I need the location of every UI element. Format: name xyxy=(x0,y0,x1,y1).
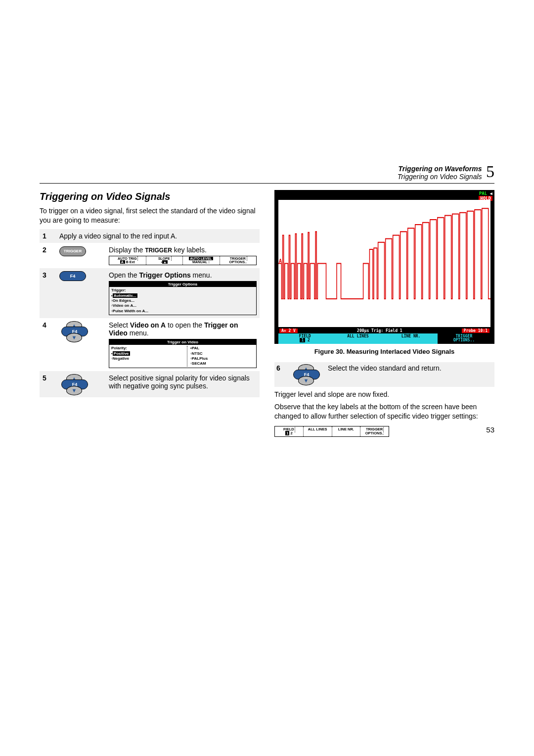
step-key-cell: ▲ F4 ▼ xyxy=(291,364,323,385)
header-section: Triggering on Video Signals xyxy=(398,173,482,181)
step-number: 2 xyxy=(40,243,56,268)
step-text: Display the TRIGGER key labels. AUTO TRI… xyxy=(106,243,260,268)
page-header: Triggering on Waveforms Triggering on Vi… xyxy=(40,163,494,183)
t: to open the xyxy=(166,321,204,329)
menu-item-negative: Negative xyxy=(113,356,129,361)
t: Display the xyxy=(109,246,145,254)
menu-polarity-col: Polarity: ▪Positive ▫Negative xyxy=(111,346,175,367)
scope-screen: PAL ◀ HOLD A A= 2 V 200µs Trig: Field 1 … xyxy=(274,190,494,344)
page-number: 53 xyxy=(486,425,494,434)
figure-caption: Figure 30. Measuring Interlaced Video Si… xyxy=(274,348,494,355)
trigger-inline-key: TRIGGER xyxy=(145,247,172,254)
timebase-trigger-readout: 200µs Trig: Field 1 xyxy=(298,329,462,333)
f4-keycap-icon: F4 xyxy=(59,271,86,281)
softlabel-trigger-options: TRIGGEROPTIONS.. xyxy=(220,256,257,265)
t: MANUAL ↕ xyxy=(191,260,211,264)
t: OPTIONS.. xyxy=(228,260,248,264)
menu-item-video-on-a: Video on A... xyxy=(113,303,136,308)
trigger-on-video-menu: Trigger on Video Polarity: ▪Positive ▫Ne… xyxy=(109,339,257,368)
probe-readout: Probe 10:1 xyxy=(462,329,490,333)
step-key-cell: ▲ F4 ▼ xyxy=(56,318,106,371)
t: Select xyxy=(109,321,130,329)
softlabel-trigger-options: TRIGGEROPTIONS.. xyxy=(438,333,490,344)
waveform-svg xyxy=(278,200,490,327)
step-number: 3 xyxy=(40,268,56,318)
menu-standard-col: ▪PAL ▫NTSC ▫PALPlus ▫SECAM xyxy=(187,346,254,367)
t: Trigger Options xyxy=(139,271,191,279)
t: menu. xyxy=(128,329,149,337)
softlabel-field: FIELD1 2 xyxy=(275,426,304,437)
waveform-area: A xyxy=(278,200,490,327)
softlabel-field: FIELD1 2 xyxy=(278,333,331,344)
bottom-soft-labels: FIELD1 2 ALL LINES LINE NR. TRIGGEROPTIO… xyxy=(274,426,389,437)
menu-item-pal: PAL xyxy=(192,346,199,350)
softlabel-all-lines: ALL LINES xyxy=(331,333,384,344)
menu-item-pulse-width: Pulse Width on A... xyxy=(113,309,148,313)
screen-soft-labels: FIELD1 2 ALL LINES LINE NR. TRIGGEROPTIO… xyxy=(278,333,490,344)
nav-pad-icon: ▲ F4 ▼ xyxy=(59,321,88,340)
softlabel-line-nr: LINE NR. xyxy=(332,426,361,437)
t: menu. xyxy=(191,271,212,279)
step-number: 1 xyxy=(40,229,56,243)
step-key-cell: F4 xyxy=(56,268,106,318)
t: OPTIONS.. xyxy=(365,430,385,436)
screen-bottom: A= 2 V 200µs Trig: Field 1 Probe 10:1 FI… xyxy=(278,328,490,344)
a-vertical-readout: A= 2 V xyxy=(279,329,298,333)
trigger-keycap-icon: TRIGGER xyxy=(59,246,86,256)
softlabel-auto-level: AUTO LEVELMANUAL ↕ xyxy=(183,256,220,265)
menu-item-ntsc: NTSC xyxy=(192,351,203,356)
step-number: 4 xyxy=(40,318,56,371)
step-key-cell: TRIGGER xyxy=(56,243,106,268)
menu-heading: Polarity: xyxy=(111,346,127,350)
menu-item-automatic: Automatic... xyxy=(113,293,137,298)
nav-pad-icon: ▲ F4 ▼ xyxy=(291,364,320,383)
nav-pad-icon: ▲ F4 ▼ xyxy=(59,374,88,393)
section-title: Triggering on Video Signals xyxy=(40,191,260,202)
intro-text: To trigger on a video signal, first sele… xyxy=(40,206,260,225)
step-row-6: 6 ▲ F4 ▼ Select the video standard and r… xyxy=(274,362,494,387)
pal-indicator: PAL xyxy=(479,191,487,196)
menu-body: Trigger: ▪Automatic... ▫On Edges... ▫Vid… xyxy=(109,287,256,315)
arrow-down-icon: ▼ xyxy=(66,333,82,342)
softlabel-slope: SLOPE▪▲ xyxy=(146,256,183,265)
t: AUTO TRIG xyxy=(117,256,138,261)
menu-item-palplus: PALPlus xyxy=(192,356,208,361)
t: key labels. xyxy=(172,246,207,254)
step-row-2: 2 TRIGGER Display the TRIGGER key labels… xyxy=(40,243,260,268)
right-column: PAL ◀ HOLD A A= 2 V 200µs Trig: Field 1 … xyxy=(274,190,494,437)
step-number: 6 xyxy=(276,364,286,372)
screen-info-bar: A= 2 V 200µs Trig: Field 1 Probe 10:1 xyxy=(278,328,490,333)
steps-table: 1 Apply a video signal to the red input … xyxy=(40,229,260,397)
step-key-cell: ▲ F4 ▼ xyxy=(56,371,106,397)
step-text: Open the Trigger Options menu. Trigger O… xyxy=(106,268,260,318)
softlabel-all-lines: ALL LINES xyxy=(304,426,332,437)
menu-title: Trigger Options xyxy=(109,282,256,287)
menu-item-on-edges: On Edges... xyxy=(113,298,134,303)
t: FIELD xyxy=(283,426,295,432)
menu-item-positive: Positive xyxy=(113,351,130,356)
menu-item-secam: SECAM xyxy=(192,361,206,366)
left-column: Triggering on Video Signals To trigger o… xyxy=(40,190,260,437)
step-row-4: 4 ▲ F4 ▼ Select Video on A to open the T… xyxy=(40,318,260,371)
step-row-1: 1 Apply a video signal to the red input … xyxy=(40,229,260,243)
menu-title: Trigger on Video xyxy=(109,339,256,345)
trigger-options-menu: Trigger Options Trigger: ▪Automatic... ▫… xyxy=(109,281,257,315)
menu-body: Polarity: ▪Positive ▫Negative ▪PAL ▫NTSC… xyxy=(109,345,256,368)
chapter-number: 5 xyxy=(486,162,494,181)
step-text: Apply a video signal to the red input A. xyxy=(56,229,260,243)
step-text: Select Video on A to open the Trigger on… xyxy=(106,318,260,371)
arrow-down-icon: ▼ xyxy=(66,386,82,395)
menu-heading: Trigger: xyxy=(111,288,126,292)
soft-labels-s2: AUTO TRIGA A B ExtB Ext SLOPE▪▲ AUTO LEV… xyxy=(109,256,257,265)
softlabel-auto-trig: AUTO TRIGA A B ExtB Ext xyxy=(109,256,146,265)
softlabel-line-nr: LINE NR. xyxy=(385,333,438,344)
step-row-3: 3 F4 Open the Trigger Options menu. Trig… xyxy=(40,268,260,318)
step-text: Select the video standard and return. xyxy=(328,364,442,372)
step-row-5: 5 ▲ F4 ▼ Select positive signal polarity… xyxy=(40,371,260,397)
arrow-down-icon: ▼ xyxy=(298,376,314,385)
header-chapter: Triggering on Waveforms xyxy=(398,165,482,173)
t: Video on A xyxy=(130,321,166,329)
t: Open the xyxy=(109,271,139,279)
step-number: 5 xyxy=(40,371,56,397)
paragraph: Trigger level and slope are now fixed. xyxy=(274,390,494,399)
